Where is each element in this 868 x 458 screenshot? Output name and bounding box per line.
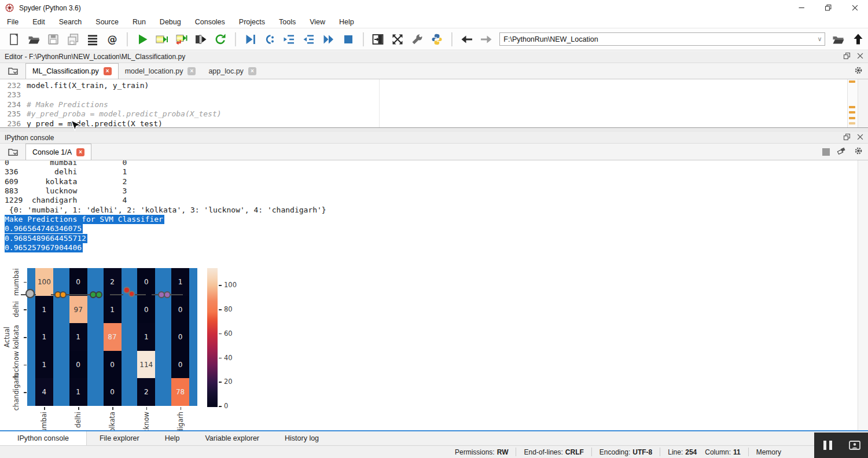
scatter-overlay-dot bbox=[95, 291, 102, 298]
menu-debug[interactable]: Debug bbox=[153, 18, 188, 26]
close-pane-icon[interactable] bbox=[856, 133, 865, 143]
tab-close-icon[interactable]: × bbox=[187, 67, 196, 75]
forward-button[interactable] bbox=[478, 31, 495, 48]
tab-close-icon[interactable]: × bbox=[76, 148, 84, 156]
debug-step-into-button[interactable] bbox=[281, 31, 298, 48]
run-file-button[interactable] bbox=[134, 31, 151, 48]
options-button[interactable] bbox=[854, 146, 863, 157]
browse-tabs-button[interactable] bbox=[0, 144, 25, 160]
tab-console-1-a[interactable]: Console 1/A× bbox=[25, 144, 91, 160]
debug-step-button[interactable] bbox=[262, 31, 279, 48]
undock-pane-icon[interactable] bbox=[843, 133, 851, 143]
working-directory-value: F:\PythonRun\NEW_Location bbox=[500, 35, 817, 43]
chevron-down-icon[interactable]: ∨ bbox=[817, 35, 822, 43]
python-path-button[interactable] bbox=[428, 31, 446, 48]
heatmap-cell: 0 bbox=[171, 323, 189, 351]
picture-in-picture-icon[interactable] bbox=[841, 433, 868, 458]
working-directory-combobox[interactable]: F:\PythonRun\NEW_Location∨ bbox=[499, 32, 825, 46]
minimize-button[interactable] bbox=[788, 0, 815, 16]
scatter-overlay-dot bbox=[128, 291, 135, 297]
parent-dir-button[interactable] bbox=[849, 31, 867, 48]
tab-label: ML_Classification.py bbox=[32, 67, 99, 75]
menu-view[interactable]: View bbox=[303, 18, 332, 26]
open-file-icon bbox=[27, 32, 41, 46]
colorbar-tick-label: 0 bbox=[224, 402, 228, 410]
editor-scrollbar[interactable] bbox=[858, 79, 868, 127]
clear-console-icon[interactable] bbox=[837, 146, 847, 157]
colorbar-tick-label: 60 bbox=[224, 329, 233, 338]
interrupt-kernel-icon[interactable] bbox=[822, 148, 830, 156]
restart-kernel-icon bbox=[214, 32, 227, 46]
menu-run[interactable]: Run bbox=[126, 18, 153, 26]
tab-close-icon[interactable]: × bbox=[248, 67, 256, 75]
symbol-finder-button[interactable]: @ bbox=[104, 31, 121, 48]
heatmap-cell: 0 bbox=[104, 351, 122, 379]
run-cell-advance-button[interactable] bbox=[172, 31, 190, 48]
menu-search[interactable]: Search bbox=[52, 18, 89, 26]
debug-step-return-button[interactable] bbox=[300, 31, 318, 48]
debug-continue-button[interactable] bbox=[320, 31, 337, 48]
open-dir-button[interactable] bbox=[830, 31, 847, 48]
warning-flag-icon[interactable] bbox=[849, 122, 855, 124]
menu-projects[interactable]: Projects bbox=[232, 18, 272, 26]
tab-ml-classification-py[interactable]: ML_Classification.py× bbox=[25, 63, 119, 79]
heatmap-cell: 0 bbox=[69, 351, 87, 379]
open-file-button[interactable] bbox=[25, 31, 43, 48]
menu-consoles[interactable]: Consoles bbox=[188, 18, 232, 26]
maximize-pane-button[interactable] bbox=[370, 31, 387, 48]
pause-icon[interactable] bbox=[814, 433, 841, 458]
editor-tabbar: ML_Classification.py×model_location.py×a… bbox=[0, 63, 868, 79]
dock-tab-history-log[interactable]: History log bbox=[272, 431, 332, 445]
scatter-overlay-line bbox=[170, 294, 183, 295]
menu-file[interactable]: File bbox=[0, 18, 25, 26]
scatter-overlay-line bbox=[110, 294, 123, 295]
debug-step-return-icon bbox=[302, 32, 316, 46]
heatmap-cell: 1 bbox=[35, 323, 53, 351]
restore-button[interactable] bbox=[815, 0, 841, 16]
tab-app-loc-py[interactable]: app_loc.py× bbox=[202, 63, 262, 79]
browse-tabs-button[interactable] bbox=[0, 63, 25, 79]
console-output-area[interactable]: 0 mumbai 0336 delhi 1609 kolkata 2883 lu… bbox=[0, 160, 868, 430]
maximize-pane-icon bbox=[371, 32, 385, 46]
menu-tools[interactable]: Tools bbox=[272, 18, 303, 26]
editor-code-area[interactable]: 232model.fit(X_train, y_train)233234# Ma… bbox=[0, 79, 868, 127]
back-button[interactable] bbox=[458, 31, 476, 48]
save-all-icon bbox=[66, 32, 80, 46]
debug-file-button[interactable] bbox=[242, 31, 259, 48]
restart-kernel-button[interactable] bbox=[212, 31, 229, 48]
menu-help[interactable]: Help bbox=[332, 18, 361, 26]
options-button[interactable] bbox=[854, 65, 863, 77]
warning-flag-icon[interactable] bbox=[849, 80, 855, 83]
tab-model-location-py[interactable]: model_location.py× bbox=[119, 63, 203, 79]
warning-flag-icon[interactable] bbox=[849, 106, 855, 108]
save-all-button[interactable] bbox=[64, 31, 82, 48]
dock-tab-help[interactable]: Help bbox=[152, 431, 193, 445]
preferences-icon bbox=[410, 32, 424, 46]
heatmap-cell: 1 bbox=[171, 268, 189, 296]
warning-flag-icon[interactable] bbox=[849, 111, 855, 113]
dock-tab-file-explorer[interactable]: File explorer bbox=[87, 431, 152, 445]
close-pane-icon[interactable] bbox=[856, 52, 865, 62]
dock-tab-variable-explorer[interactable]: Variable explorer bbox=[192, 431, 272, 445]
heatmap-cell: 0 bbox=[171, 351, 189, 379]
close-button[interactable] bbox=[841, 0, 868, 16]
tab-close-icon[interactable]: × bbox=[104, 67, 112, 75]
console-scrollbar[interactable] bbox=[858, 160, 868, 430]
heatmap-cell: 100 bbox=[35, 268, 53, 296]
fullscreen-button[interactable] bbox=[389, 31, 406, 48]
gear-icon bbox=[854, 65, 863, 75]
preferences-button[interactable] bbox=[409, 31, 426, 48]
undock-pane-icon[interactable] bbox=[843, 52, 851, 62]
menu-edit[interactable]: Edit bbox=[25, 18, 52, 26]
new-file-button[interactable] bbox=[6, 31, 23, 48]
menu-source[interactable]: Source bbox=[89, 18, 126, 26]
heatmap-cell: 78 bbox=[171, 378, 189, 406]
dock-tab-ipython-console[interactable]: IPython console bbox=[0, 431, 87, 445]
file-switcher-button[interactable] bbox=[84, 31, 101, 48]
heatmap-cell: 2 bbox=[137, 378, 155, 406]
save-file-button[interactable] bbox=[45, 31, 62, 48]
run-selection-button[interactable] bbox=[192, 31, 209, 48]
run-cell-button[interactable] bbox=[153, 31, 171, 48]
debug-stop-button[interactable] bbox=[340, 31, 357, 48]
warning-flag-icon[interactable] bbox=[849, 117, 855, 119]
